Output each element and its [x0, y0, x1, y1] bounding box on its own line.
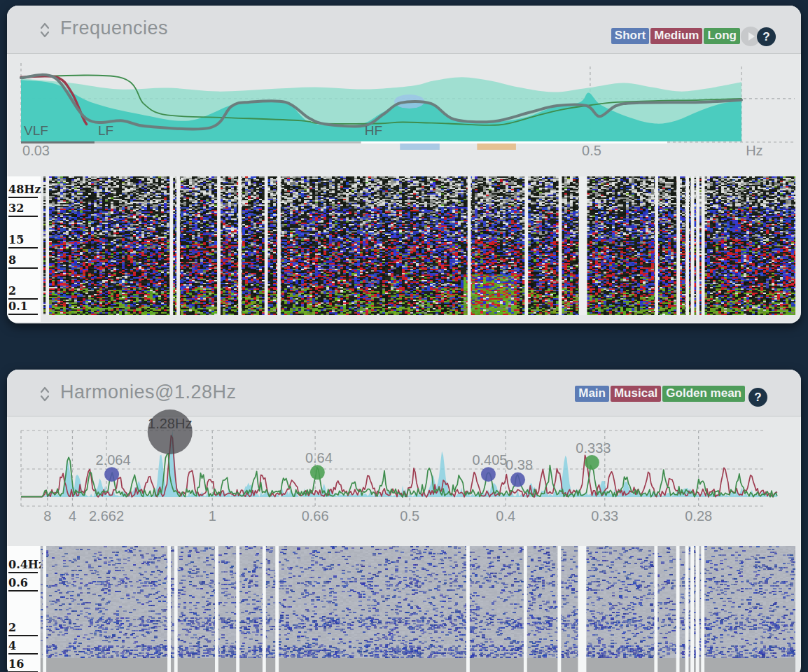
frequencies-chart[interactable]: VLFLFHF0.030.5Hz [7, 53, 801, 176]
frequencies-spectrogram-axis: 48Hz3215820.1 [7, 176, 41, 322]
frequencies-spectrogram[interactable] [43, 176, 795, 315]
x-tick-label: 2.662 [89, 508, 124, 524]
app-background: { "page": {"background": "#17293c"}, "pa… [0, 0, 808, 672]
legend-long[interactable]: Long [704, 28, 740, 44]
band-label: LF [98, 123, 113, 138]
x-tick-label: 8 [43, 508, 51, 524]
spectro-y-label: 32 [8, 202, 38, 217]
peak-label: 0.38 [506, 457, 533, 472]
spectro-y-label: 0.4Hz [8, 558, 38, 573]
spectro-y-label: 48Hz [8, 183, 38, 198]
peak-marker[interactable] [585, 455, 599, 470]
harmonies-chart[interactable]: 1.28Hz2.0640.640.4050.380.333842.66210.6… [7, 403, 801, 532]
x-tick-label: 1 [209, 508, 216, 524]
spectro-y-label: 2 [8, 621, 38, 636]
frequencies-header: Frequencies Short Medium Long ? [7, 6, 801, 54]
legend-musical[interactable]: Musical [611, 386, 661, 402]
play-icon [748, 32, 755, 41]
spectro-y-label: 4 [8, 639, 38, 654]
page-title: Frequencies [60, 18, 168, 39]
peak-marker[interactable] [510, 472, 525, 487]
blue-band-bar[interactable] [400, 144, 440, 150]
page-title: Harmonies@1.28Hz [60, 382, 237, 403]
band-label: VLF [24, 123, 48, 138]
x-tick-label: 0.66 [302, 508, 329, 524]
frequencies-legend: Short Medium Long [610, 28, 740, 44]
spectro-y-label: 2 [8, 284, 38, 300]
help-button[interactable]: ? [757, 27, 776, 46]
spectro-y-label: 0.1 [8, 300, 38, 315]
peak-marker[interactable] [104, 467, 119, 482]
x-tick-label: 0.33 [591, 508, 618, 524]
spectro-y-label: 15 [8, 233, 38, 248]
harmonies-legend: Main Musical Golden mean [573, 386, 745, 402]
harmonies-panel: Harmonies@1.28Hz Main Musical Golden mea… [7, 370, 801, 672]
spectro-y-label: 16 [8, 657, 38, 672]
main-spectrum [21, 430, 777, 497]
collapse-expand-icon[interactable] [39, 385, 50, 403]
frequencies-panel: Frequencies Short Medium Long ? VLFLFHF0… [7, 6, 801, 323]
harmonies-spectrogram[interactable] [41, 546, 795, 672]
harmonies-spectrogram-axis: 0.4Hz0.62416 [7, 546, 40, 672]
collapse-expand-icon[interactable] [39, 21, 50, 39]
selected-peak-label: 1.28Hz [148, 416, 192, 431]
legend-main[interactable]: Main [575, 386, 609, 402]
spectro-y-label: 8 [8, 253, 38, 269]
orange-band-bar[interactable] [477, 144, 516, 150]
x-tick-label: 0.5 [582, 143, 601, 158]
spectro-y-label: 0.6 [8, 576, 38, 592]
x-tick-label: 0.28 [685, 508, 712, 524]
legend-medium[interactable]: Medium [650, 28, 702, 44]
peak-marker[interactable] [310, 465, 325, 479]
legend-golden-mean[interactable]: Golden mean [662, 386, 745, 402]
legend-short[interactable]: Short [611, 28, 649, 44]
peak-label: 0.333 [576, 440, 611, 456]
x-tick-label: 0.03 [22, 143, 50, 158]
peak-label: 0.64 [305, 450, 333, 465]
peak-label: 0.405 [472, 452, 507, 468]
x-tick-label: 4 [69, 508, 76, 524]
x-tick-label: Hz [746, 143, 762, 158]
peak-label: 2.064 [96, 452, 131, 468]
band-label: HF [365, 123, 382, 138]
x-tick-label: 0.5 [400, 508, 419, 524]
peak-marker[interactable] [481, 467, 496, 482]
x-tick-label: 0.4 [496, 508, 515, 524]
